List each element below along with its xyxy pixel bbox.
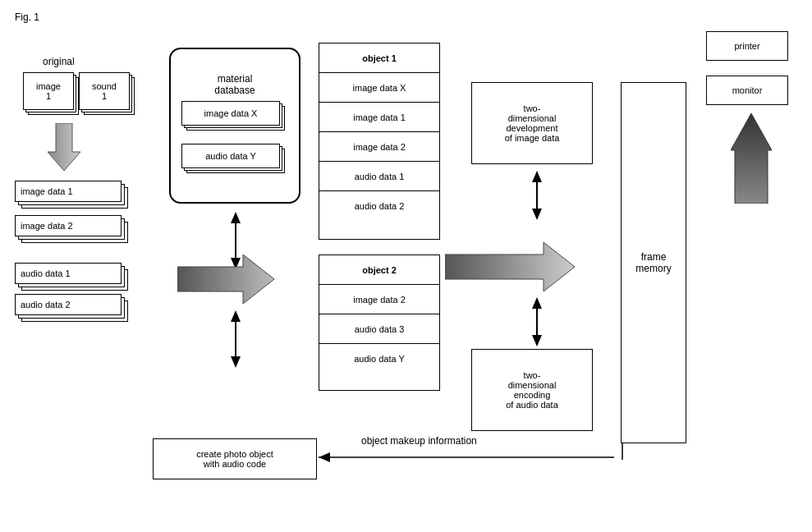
image1-stack: image1 bbox=[23, 72, 82, 118]
diagram: Fig. 1 original image1 sound1 image data… bbox=[0, 0, 812, 532]
svg-marker-4 bbox=[177, 255, 274, 304]
svg-marker-9 bbox=[532, 171, 542, 182]
svg-marker-7 bbox=[231, 356, 241, 368]
svg-marker-11 bbox=[445, 242, 575, 291]
twodim-bottom-arrow bbox=[527, 297, 547, 346]
object2-container: object 2 image data 2 audio data 3 audio… bbox=[319, 255, 440, 391]
twodim-image-label: two-dimensionaldevelopmentof image data bbox=[505, 103, 560, 143]
svg-marker-6 bbox=[231, 310, 241, 322]
imagedata2-stack: image data 2 bbox=[15, 215, 130, 245]
obj1-imagedata2: image data 2 bbox=[319, 132, 439, 162]
object2-label: object 2 bbox=[319, 255, 439, 285]
object1-label: object 1 bbox=[319, 44, 439, 73]
printer-label: printer bbox=[734, 41, 759, 51]
svg-marker-2 bbox=[231, 212, 241, 223]
audiodata1-stack: audio data 1 bbox=[15, 263, 130, 292]
obj2-imagedata2: image data 2 bbox=[319, 285, 439, 314]
object1-container: object 1 image data X image data 1 image… bbox=[319, 43, 440, 240]
svg-marker-15 bbox=[731, 113, 772, 204]
svg-marker-13 bbox=[532, 297, 542, 309]
objects-to-frame-arrow bbox=[445, 242, 576, 291]
fig-label: Fig. 1 bbox=[15, 11, 39, 23]
audiodata2-stack: audio data 2 bbox=[15, 294, 130, 323]
makeup-info-arrow bbox=[319, 447, 622, 467]
imagedata1-stack: image data 1 bbox=[15, 181, 130, 210]
monitor-label: monitor bbox=[732, 85, 763, 95]
svg-marker-0 bbox=[48, 123, 80, 171]
frame-to-output-arrow bbox=[731, 113, 772, 204]
obj2-audiodata3: audio data 3 bbox=[319, 314, 439, 344]
obj1-audiodata1: audio data 1 bbox=[319, 162, 439, 191]
create-photo-object-label: create photo objectwith audio code bbox=[196, 449, 273, 469]
twodim-mid-arrow bbox=[527, 171, 547, 220]
frame-memory-box: framememory bbox=[621, 82, 686, 443]
frame-memory-label: framememory bbox=[635, 251, 671, 274]
down-arrow-originals bbox=[48, 123, 80, 172]
create-photo-object-box: create photo objectwith audio code bbox=[153, 438, 317, 479]
db-to-objects-arrow bbox=[177, 250, 276, 308]
printer-box: printer bbox=[706, 31, 788, 61]
monitor-box: monitor bbox=[706, 76, 788, 105]
obj1-imagedata1: image data 1 bbox=[319, 103, 439, 132]
material-database-label: materialdatabase bbox=[214, 73, 255, 96]
frame-bottom-connector bbox=[621, 443, 624, 460]
bottom-vertical-arrow bbox=[226, 310, 245, 368]
svg-marker-10 bbox=[532, 209, 542, 220]
object-makeup-info-label: object makeup information bbox=[361, 435, 477, 447]
obj2-audiodatay: audio data Y bbox=[319, 344, 439, 374]
twodim-audio-box: two-dimensionalencodingof audio data bbox=[471, 349, 593, 431]
original-label: original bbox=[43, 56, 75, 67]
twodim-audio-label: two-dimensionalencodingof audio data bbox=[506, 370, 558, 410]
svg-marker-17 bbox=[319, 452, 330, 462]
obj1-imagedatax: image data X bbox=[319, 73, 439, 103]
twodim-image-box: two-dimensionaldevelopmentof image data bbox=[471, 82, 593, 164]
sound1-stack: sound1 bbox=[79, 72, 138, 118]
obj1-audiodata2: audio data 2 bbox=[319, 191, 439, 221]
material-database-box: materialdatabase image data X audio data… bbox=[169, 48, 300, 204]
svg-marker-14 bbox=[532, 335, 542, 346]
